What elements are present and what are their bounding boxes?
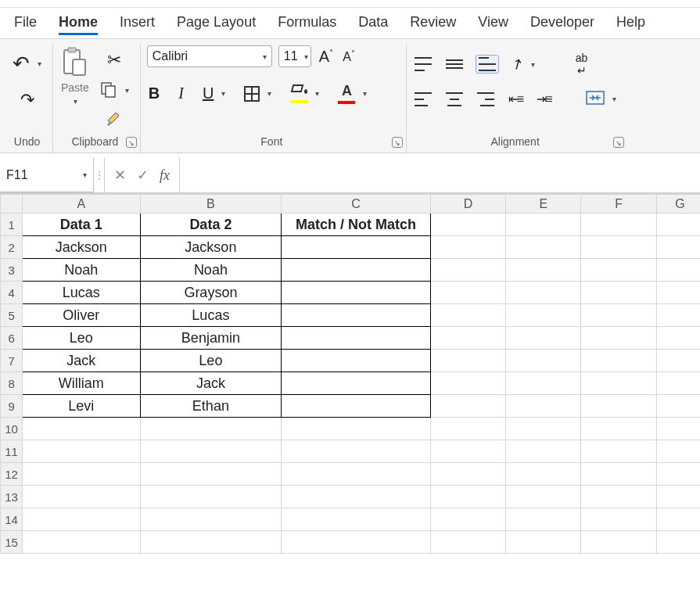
row-header[interactable]: 10 [1, 418, 23, 440]
row-header[interactable]: 12 [1, 463, 23, 486]
cell[interactable] [430, 372, 505, 395]
cancel-formula-button[interactable]: ✕ [113, 165, 127, 185]
cell[interactable] [140, 463, 282, 486]
cell[interactable]: Jack [140, 372, 282, 395]
cell[interactable] [282, 236, 431, 259]
decrease-indent-button[interactable]: ⇤≡ [507, 90, 524, 108]
cell[interactable]: Oliver [23, 304, 141, 327]
align-bottom-button[interactable] [476, 55, 499, 74]
cut-button[interactable]: ✂ [106, 48, 123, 72]
tab-data[interactable]: Data [358, 14, 388, 31]
cell[interactable] [656, 508, 700, 531]
cell[interactable] [506, 531, 581, 554]
cell[interactable] [282, 304, 431, 327]
row-header[interactable]: 2 [1, 236, 23, 259]
cell[interactable] [581, 214, 656, 236]
cell[interactable] [282, 259, 431, 282]
row-header[interactable]: 11 [1, 440, 23, 463]
cell[interactable] [282, 372, 431, 395]
font-name-select[interactable]: Calibri ▾ [147, 45, 272, 67]
col-header-E[interactable]: E [506, 195, 581, 214]
font-size-select[interactable]: 11 ▾ [278, 45, 311, 67]
cell[interactable] [656, 372, 700, 395]
cell[interactable] [581, 372, 656, 395]
cell[interactable] [140, 531, 282, 554]
redo-button[interactable]: ↷ [19, 88, 36, 112]
cell[interactable]: Jack [23, 350, 141, 372]
cell[interactable] [430, 236, 505, 259]
row-header[interactable]: 4 [1, 282, 23, 304]
enter-formula-button[interactable]: ✓ [135, 165, 150, 185]
cell[interactable] [430, 259, 505, 282]
cell[interactable]: Benjamin [140, 327, 282, 350]
tab-view[interactable]: View [478, 14, 508, 31]
tab-review[interactable]: Review [410, 14, 456, 31]
cell[interactable] [581, 440, 656, 463]
merge-center-button[interactable]: ▾ [584, 89, 618, 109]
bold-button[interactable]: B [147, 83, 161, 104]
formula-resize-handle[interactable]: ⋮ [94, 158, 105, 192]
cell[interactable] [140, 486, 282, 508]
cell[interactable] [656, 350, 700, 372]
cell[interactable] [506, 463, 581, 486]
cell[interactable] [23, 486, 141, 508]
col-header-C[interactable]: C [282, 195, 431, 214]
row-header[interactable]: 15 [1, 531, 23, 554]
cell[interactable] [581, 508, 656, 531]
cell[interactable] [656, 282, 700, 304]
cell[interactable]: Jackson [140, 236, 282, 259]
cell[interactable] [430, 327, 505, 350]
col-header-D[interactable]: D [430, 195, 505, 214]
italic-button[interactable]: I [177, 83, 185, 104]
cell[interactable] [506, 418, 581, 440]
cell[interactable] [581, 486, 656, 508]
cell[interactable] [506, 236, 581, 259]
cell[interactable] [581, 327, 656, 350]
tab-home[interactable]: Home [59, 14, 98, 31]
insert-function-button[interactable]: fx [158, 166, 171, 185]
cell[interactable] [430, 418, 505, 440]
cell[interactable]: Noah [23, 259, 141, 282]
cell[interactable] [430, 463, 505, 486]
cell[interactable] [506, 508, 581, 531]
align-middle-button[interactable] [444, 56, 465, 73]
cell[interactable] [23, 508, 141, 531]
cell[interactable] [430, 486, 505, 508]
borders-button[interactable]: ▾ [242, 84, 273, 103]
formula-input[interactable] [180, 158, 700, 192]
col-header-B[interactable]: B [140, 195, 282, 214]
cell[interactable]: Leo [140, 350, 282, 372]
cell[interactable] [581, 463, 656, 486]
cell[interactable] [506, 395, 581, 418]
cell[interactable] [282, 486, 431, 508]
cell[interactable]: Ethan [140, 395, 282, 418]
fill-color-button[interactable]: ▾ [289, 83, 321, 105]
increase-font-button[interactable]: A˄ [318, 46, 335, 67]
row-header[interactable]: 3 [1, 259, 23, 282]
cell[interactable] [656, 440, 700, 463]
cell[interactable] [506, 372, 581, 395]
cell[interactable] [581, 259, 656, 282]
tab-file[interactable]: File [14, 14, 37, 31]
cell[interactable] [282, 418, 431, 440]
align-left-button[interactable] [413, 91, 433, 108]
cell[interactable] [282, 395, 431, 418]
cell[interactable] [140, 508, 282, 531]
row-header[interactable]: 13 [1, 486, 23, 508]
cell[interactable] [656, 259, 700, 282]
cell[interactable] [581, 395, 656, 418]
worksheet[interactable]: A B C D E F G 1Data 1Data 2Match / Not M… [0, 194, 700, 554]
alignment-launcher[interactable]: ↘ [613, 137, 624, 148]
cell[interactable] [430, 531, 505, 554]
cell[interactable] [581, 236, 656, 259]
cell[interactable] [656, 304, 700, 327]
cell[interactable]: Leo [23, 327, 141, 350]
cell[interactable]: Match / Not Match [282, 214, 431, 236]
cell[interactable]: William [23, 372, 141, 395]
cell[interactable] [282, 440, 431, 463]
cell[interactable]: Noah [140, 259, 282, 282]
col-header-F[interactable]: F [581, 195, 656, 214]
cell[interactable] [656, 327, 700, 350]
cell[interactable]: Lucas [140, 304, 282, 327]
cell[interactable] [282, 327, 431, 350]
